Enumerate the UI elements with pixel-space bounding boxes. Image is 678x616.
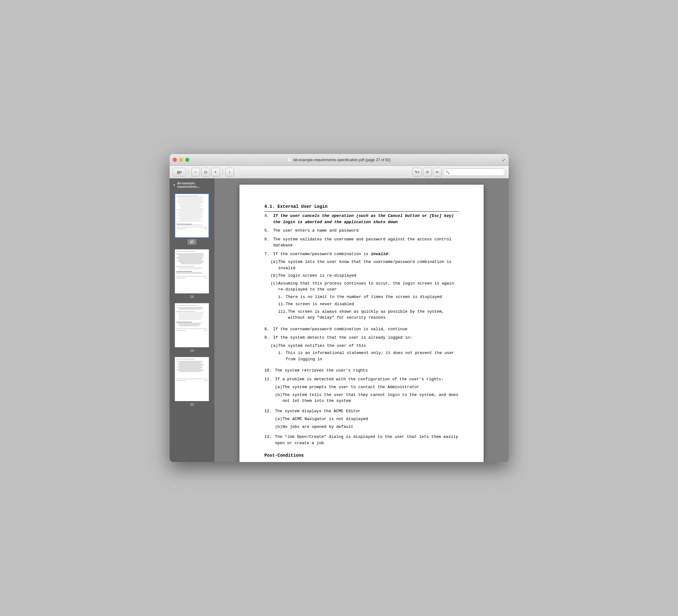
thumbnail-page-29[interactable] (175, 303, 209, 347)
list-num-10: 10. (264, 368, 275, 374)
pdf-page: 4.1. External User Login 4. If the user … (239, 185, 484, 462)
list-content-9: If the system detects that the user is a… (273, 335, 459, 341)
edit-button[interactable]: ✏ (433, 168, 442, 177)
zoom-fit-button[interactable]: ⊡ (201, 168, 210, 177)
sidebar-filename: dd-example-requirements-... (177, 182, 211, 188)
undo-button[interactable]: ↺ (423, 168, 432, 177)
sidebar-header[interactable]: ▼ dd-example-requirements-... (172, 181, 213, 189)
list-content-7ci: There is no limit to the number of times… (286, 294, 459, 300)
list-content-7: If the username/password combination is … (273, 251, 459, 257)
list-content-9ai: This is an informational statement only;… (286, 350, 459, 362)
sidebar-toggle-button[interactable]: ▤ ▾ (173, 168, 186, 177)
search-input[interactable] (443, 168, 505, 176)
resize-icon[interactable]: ⤢ (502, 157, 505, 162)
list-content-12b: No jobs are opened by default (282, 424, 459, 430)
sub-list-11: (a) The system prompts the user to conta… (275, 384, 459, 406)
toolbar-right: ✎ ▾ ↺ ✏ 🔍 (413, 168, 505, 177)
sub-sub-list-7c: i. There is no limit to the number of ti… (278, 294, 459, 322)
post-condition-num-1: 1. (264, 461, 273, 462)
page-label-29: 29 (190, 349, 194, 352)
thumbnail-container-28: 28 (172, 249, 213, 299)
maximize-button[interactable] (185, 158, 189, 162)
list-item-7: 7. If the username/password combination … (264, 251, 459, 324)
sidebar-icon: ▤ (177, 170, 180, 175)
list-num-11: 11. (264, 376, 275, 383)
post-conditions-list: 1. The user may or may not be logged int… (264, 461, 459, 462)
post-condition-1: 1. The user may or may not be logged int… (264, 461, 459, 462)
list-num-7ci: i. (278, 294, 286, 300)
app-window: 📄 dd-example-requirements-specification.… (170, 154, 509, 462)
list-item-7c: (c) Assuming that this process continues… (271, 280, 459, 322)
list-num-7: 7. (264, 251, 273, 257)
list-item-8: 8. If the username/password combination … (264, 326, 459, 333)
list-num-8: 8. (264, 326, 273, 333)
list-item-7b: (b) The login screen is re-displayed (271, 273, 459, 279)
list-content-7b: The login screen is re-displayed (278, 273, 459, 279)
thumbnail-page-30[interactable] (175, 357, 209, 401)
share-button[interactable]: ↑ (225, 168, 234, 177)
sub-list-9: (a) The system notifies the user of this… (271, 343, 459, 365)
list-item-13: 13. The “Job Open/Create” dialog is disp… (264, 434, 459, 446)
list-content-11a: The system prompts the user to contact t… (282, 384, 459, 390)
pdf-viewer[interactable]: 4.1. External User Login 4. If the user … (215, 179, 509, 462)
list-item-9ai: i. This is an informational statement on… (278, 350, 459, 362)
traffic-lights (173, 158, 189, 162)
list-content-11: If a problem is detected with the config… (275, 376, 459, 383)
close-button[interactable] (173, 158, 177, 162)
list-item-11: 11. If a problem is detected with the co… (264, 376, 459, 406)
list-item-9a: (a) The system notifies the user of this… (271, 343, 459, 364)
list-num-9a: (a) (271, 343, 278, 349)
thumbnail-page-28[interactable] (175, 249, 209, 294)
page-label-28: 28 (190, 295, 194, 299)
list-num-5: 5. (264, 228, 273, 234)
search-icon: 🔍 (445, 170, 450, 174)
list-content-7c: Assuming that this process continues to … (278, 280, 459, 293)
list-item-5: 5. The user enters a name and password (264, 228, 459, 234)
list-content-8: If the username/password combination is … (273, 326, 459, 333)
toolbar-separator-2 (223, 169, 223, 175)
thumbnail-container-30: 30 (172, 357, 213, 406)
dropdown-arrow: ▾ (180, 170, 182, 174)
edit-icon: ✏ (436, 170, 439, 175)
list-content-7cii: The screen is never disabled (286, 301, 459, 307)
list-num-4: 4. (264, 213, 273, 225)
list-num-12b: (b) (275, 424, 282, 430)
list-content-6: The system validates the username and pa… (273, 236, 459, 248)
list-item-12a: (a) The ACME Navigator is not displayed (275, 416, 459, 422)
title-bar: 📄 dd-example-requirements-specification.… (170, 154, 509, 166)
window-title: 📄 dd-example-requirements-specification.… (287, 158, 391, 162)
zoom-in-button[interactable]: + (211, 168, 220, 177)
section-title: 4.1. External User Login (264, 203, 459, 211)
list-num-11a: (a) (275, 384, 282, 390)
list-item-9: 9. If the system detects that the user i… (264, 335, 459, 365)
list-num-7ciii: iii. (278, 309, 288, 321)
list-num-7cii: ii. (278, 301, 286, 307)
sidebar-triangle-icon: ▼ (173, 184, 176, 187)
post-conditions-title: Post-Conditions (264, 452, 459, 459)
list-item-12: 12. The system displays the ACME Editor … (264, 408, 459, 432)
list-num-7b: (b) (271, 273, 278, 279)
list-item-7ciii: iii. The screen is always shown as quick… (278, 309, 459, 321)
list-num-13: 13. (264, 434, 275, 446)
annotate-button[interactable]: ✎ ▾ (413, 168, 422, 177)
pdf-icon: 📄 (287, 158, 292, 162)
list-num-9: 9. (264, 335, 273, 341)
sub-list-7: (a) The system lets the user know that t… (271, 259, 459, 324)
list-content-7ciii: The screen is always shown as quickly as… (288, 309, 459, 321)
list-text-4-bold-italic: If the user cancels the operation (such … (273, 214, 454, 224)
list-num-6: 6. (264, 236, 273, 248)
list-content-12: The system displays the ACME Editor (275, 408, 459, 415)
zoom-out-button[interactable]: − (191, 168, 200, 177)
toolbar-separator-1 (188, 169, 189, 175)
list-num-7a: (a) (271, 259, 278, 271)
annotate-dropdown: ▾ (418, 170, 419, 174)
minimize-button[interactable] (179, 158, 183, 162)
thumbnail-page-27[interactable] (175, 193, 209, 238)
list-content-12a: The ACME Navigator is not displayed (282, 416, 459, 422)
share-icon: ↑ (229, 170, 231, 175)
post-condition-content-1: The user may or may not be logged into t… (273, 461, 459, 462)
list-content-9a: The system notifies the user of this (278, 343, 459, 349)
list-content-10: The system retrieves the user’s rights (275, 368, 459, 374)
list-item-7cii: ii. The screen is never disabled (278, 301, 459, 307)
list-content-4: If the user cancels the operation (such … (273, 213, 459, 225)
